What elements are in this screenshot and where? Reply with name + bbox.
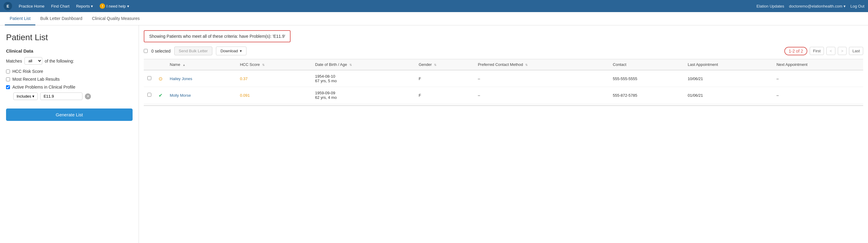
row1-dob-date: 1954-08-10 xyxy=(315,74,411,79)
gender-sort-icon: ⇅ xyxy=(434,63,436,66)
matches-label: Matches xyxy=(6,59,22,63)
row2-patient-link[interactable]: Molly Morse xyxy=(170,93,191,98)
active-problems-row: Active Problems in Clinical Profile xyxy=(6,85,132,89)
th-preferred-contact[interactable]: Preferred Contact Method ⇅ xyxy=(474,59,609,70)
tab-patient-list[interactable]: Patient List xyxy=(5,12,35,25)
left-panel: Patient List Clinical Data Matches all a… xyxy=(0,25,139,243)
row2-hcc: 0.091 xyxy=(236,87,311,104)
first-page-button[interactable]: First xyxy=(810,47,824,55)
tab-bulk-letter[interactable]: Bulk Letter Dashboard xyxy=(35,12,87,25)
bottom-divider xyxy=(144,105,863,106)
help-button[interactable]: ! I need help ▾ xyxy=(97,2,131,10)
secondary-nav: Patient List Bulk Letter Dashboard Clini… xyxy=(0,12,868,25)
table-header-row: Name ▲ HCC Score ⇅ Date of Birth / Age ⇅… xyxy=(144,59,863,70)
pagination-controls: 1-2 of 2 First < > Last xyxy=(784,47,863,55)
nav-reports[interactable]: Reports ▾ xyxy=(74,3,96,10)
row2-dob-date: 1959-09-09 xyxy=(315,91,411,95)
patient-table: Name ▲ HCC Score ⇅ Date of Birth / Age ⇅… xyxy=(144,59,863,104)
hcc-sort-icon: ⇅ xyxy=(262,63,265,66)
row2-last-appt: 01/06/21 xyxy=(684,87,773,104)
th-hcc[interactable]: HCC Score ⇅ xyxy=(236,59,311,70)
criteria-box: Showing Patients who meet all of these c… xyxy=(144,30,290,42)
row1-preferred: – xyxy=(474,70,609,87)
selected-count: 0 selected xyxy=(151,49,170,54)
tab-clinical-quality[interactable]: Clinical Quality Measures xyxy=(87,12,145,25)
main-layout: Patient List Clinical Data Matches all a… xyxy=(0,25,868,243)
th-last-appt: Last Appointment xyxy=(684,59,773,70)
download-button[interactable]: Download ▾ xyxy=(216,47,246,55)
row1-checkbox[interactable] xyxy=(147,76,151,80)
hcc-risk-score-checkbox[interactable] xyxy=(6,69,10,73)
criteria-text: Showing Patients who meet all of these c… xyxy=(149,34,285,39)
prev-page-button[interactable]: < xyxy=(826,47,835,55)
row1-hcc: 0.37 xyxy=(236,70,311,87)
row2-hcc-score: 0.091 xyxy=(240,93,250,98)
row1-dob: 1954-08-10 67 yrs, 5 mo xyxy=(311,70,415,87)
row1-hcc-score: 0.37 xyxy=(240,77,247,81)
of-the-following-label: of the following: xyxy=(45,59,74,63)
active-problems-checkbox[interactable] xyxy=(6,85,10,89)
matches-select[interactable]: all any xyxy=(25,57,42,65)
th-status xyxy=(155,59,166,70)
top-nav-items: Practice Home Find Chart Reports ▾ ! I n… xyxy=(16,2,756,10)
app-logo: E xyxy=(4,2,12,10)
th-checkbox xyxy=(144,59,155,70)
top-nav: E Practice Home Find Chart Reports ▾ ! I… xyxy=(0,0,868,12)
dob-sort-icon: ⇅ xyxy=(349,63,352,66)
page-title: Patient List xyxy=(6,33,132,42)
hcc-risk-score-label: HCC Risk Score xyxy=(12,69,43,74)
th-contact: Contact xyxy=(609,59,684,70)
includes-button[interactable]: Includes ▾ xyxy=(13,92,38,100)
user-chevron-icon: ▾ xyxy=(843,4,846,8)
matches-row: Matches all any of the following: xyxy=(6,57,132,65)
last-page-button[interactable]: Last xyxy=(849,47,863,55)
row1-checkbox-cell xyxy=(144,70,155,87)
generate-list-button[interactable]: Generate List xyxy=(6,109,132,121)
elation-updates-link[interactable]: Elation Updates xyxy=(756,4,784,8)
right-panel: Showing Patients who meet all of these c… xyxy=(139,25,868,243)
reports-chevron-icon: ▾ xyxy=(91,4,93,8)
row2-next-appt: – xyxy=(773,87,863,104)
row1-patient-link[interactable]: Hailey Jones xyxy=(170,77,192,81)
next-page-button[interactable]: > xyxy=(838,47,847,55)
toolbar: 0 selected Send Bulk Letter Download ▾ 1… xyxy=(144,47,863,55)
row2-status: ✔ xyxy=(155,87,166,104)
th-gender[interactable]: Gender ⇅ xyxy=(415,59,474,70)
user-email[interactable]: doctoremo@elationhealth.com ▾ xyxy=(789,4,846,8)
logout-link[interactable]: Log Out xyxy=(850,4,864,8)
most-recent-lab-checkbox[interactable] xyxy=(6,78,10,81)
th-dob[interactable]: Date of Birth / Age ⇅ xyxy=(311,59,415,70)
top-nav-right: Elation Updates doctoremo@elationhealth.… xyxy=(756,4,864,8)
row2-preferred: – xyxy=(474,87,609,104)
warning-status-icon: ⊙ xyxy=(159,76,162,81)
table-row: ⊙ Hailey Jones 0.37 1954-08-10 67 yrs, 5… xyxy=(144,70,863,87)
row1-last-appt: 10/06/21 xyxy=(684,70,773,87)
name-sort-icon: ▲ xyxy=(182,63,185,66)
row2-checkbox[interactable] xyxy=(147,93,151,97)
th-next-appt: Next Appointment xyxy=(773,59,863,70)
th-name[interactable]: Name ▲ xyxy=(166,59,236,70)
row2-name: Molly Morse xyxy=(166,87,236,104)
row1-next-appt: – xyxy=(773,70,863,87)
includes-input[interactable] xyxy=(40,92,83,100)
row2-dob-age: 62 yrs, 4 mo xyxy=(315,95,411,100)
row1-contact: 555-555-5555 xyxy=(609,70,684,87)
send-bulk-button[interactable]: Send Bulk Letter xyxy=(174,47,212,55)
hcc-risk-score-row: HCC Risk Score xyxy=(6,69,132,74)
nav-practice-home[interactable]: Practice Home xyxy=(16,3,47,10)
row2-contact: 555-872-5785 xyxy=(609,87,684,104)
warning-icon: ! xyxy=(100,3,105,9)
most-recent-lab-row: Most Recent Lab Results xyxy=(6,77,132,82)
nav-find-chart[interactable]: Find Chart xyxy=(49,3,72,10)
select-all-checkbox[interactable] xyxy=(144,49,148,53)
row1-status: ⊙ xyxy=(155,70,166,87)
clear-button[interactable]: ✕ xyxy=(85,93,91,99)
row1-gender: F xyxy=(415,70,474,87)
includes-chevron-icon: ▾ xyxy=(32,94,34,98)
table-row: ✔ Molly Morse 0.091 1959-09-09 62 yrs, 4… xyxy=(144,87,863,104)
active-problems-label: Active Problems in Clinical Profile xyxy=(12,85,75,89)
row1-name: Hailey Jones xyxy=(166,70,236,87)
includes-row: Includes ▾ ✕ xyxy=(13,92,132,100)
most-recent-lab-label: Most Recent Lab Results xyxy=(12,77,60,82)
row2-dob: 1959-09-09 62 yrs, 4 mo xyxy=(311,87,415,104)
